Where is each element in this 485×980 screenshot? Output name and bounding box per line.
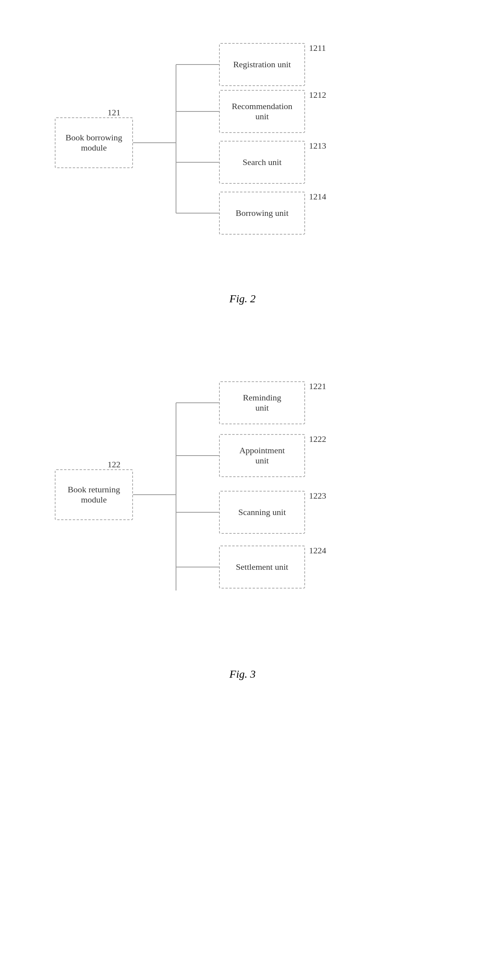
module-ref-121: 121 — [108, 108, 120, 118]
fig3-label: Fig. 3 — [31, 668, 454, 680]
diagram-fig3: Book returning module 122 Reminding unit… — [31, 368, 454, 673]
book-borrowing-module-box: Book borrowing module — [55, 117, 133, 168]
unit-ref-1221: 1221 — [309, 381, 326, 391]
scanning-unit-box: Scanning unit — [219, 491, 305, 534]
unit-ref-1214: 1214 — [309, 192, 326, 202]
settlement-unit-box: Settlement unit — [219, 546, 305, 589]
book-returning-module-box: Book returning module — [55, 469, 133, 520]
appointment-unit-box: Appointment unit — [219, 434, 305, 477]
unit-ref-1224: 1224 — [309, 546, 326, 556]
page: Book borrowing module 121 Registration u… — [0, 0, 485, 720]
unit-ref-1213: 1213 — [309, 141, 326, 151]
unit-ref-1211: 1211 — [309, 43, 326, 53]
unit-ref-1222: 1222 — [309, 434, 326, 444]
borrowing-unit-box: Borrowing unit — [219, 192, 305, 235]
fig2-label: Fig. 2 — [31, 293, 454, 305]
unit-ref-1212: 1212 — [309, 90, 326, 100]
diagram-fig2: Book borrowing module 121 Registration u… — [31, 23, 454, 297]
unit-ref-1223: 1223 — [309, 491, 326, 501]
search-unit-box: Search unit — [219, 141, 305, 184]
recommendation-unit-box: Recommendation unit — [219, 90, 305, 133]
reminding-unit-box: Reminding unit — [219, 381, 305, 424]
module-ref-122: 122 — [108, 459, 120, 470]
registration-unit-box: Registration unit — [219, 43, 305, 86]
